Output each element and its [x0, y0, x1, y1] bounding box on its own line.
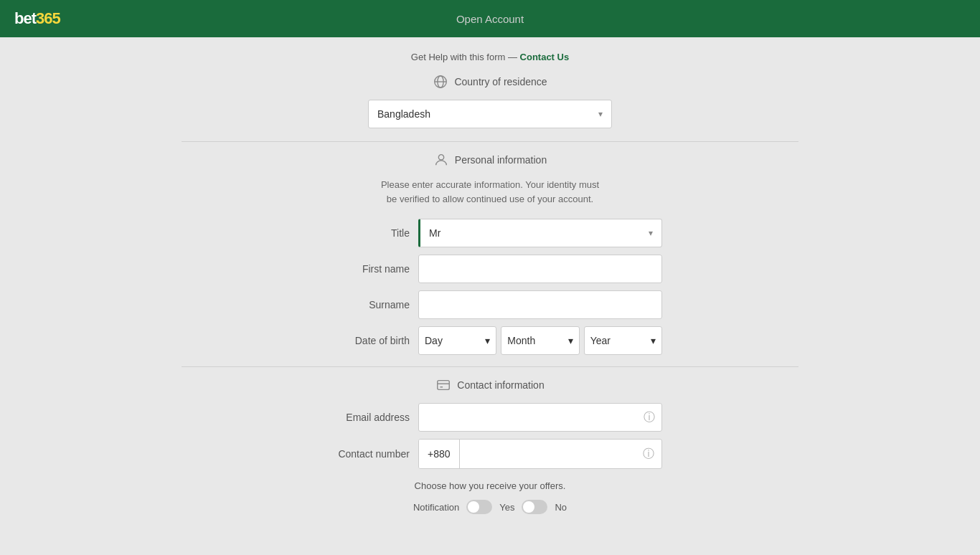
surname-input[interactable]	[418, 290, 662, 319]
dob-day-value: Day	[425, 335, 443, 346]
country-selected-value: Bangladesh	[377, 108, 430, 120]
country-chevron-icon: ▾	[598, 109, 603, 119]
phone-info-icon[interactable]: ⓘ	[636, 440, 661, 468]
svg-rect-4	[438, 381, 450, 390]
dob-year-value: Year	[590, 335, 611, 346]
contact-number-label: Contact number	[318, 448, 418, 460]
country-code: +880	[419, 440, 460, 468]
logo: bet365	[14, 9, 60, 28]
dob-month-select[interactable]: Month ▾	[501, 326, 579, 355]
dob-day-chevron: ▾	[485, 335, 490, 346]
dob-day-select[interactable]: Day ▾	[418, 326, 496, 355]
logo-bet: bet	[14, 9, 36, 28]
logo-365: 365	[36, 9, 60, 28]
notification-row: Notification Yes No	[182, 500, 798, 514]
dob-month-chevron: ▾	[568, 335, 573, 346]
email-label: Email address	[318, 412, 418, 423]
email-row: Email address ⓘ	[182, 403, 798, 432]
no-label: No	[555, 502, 567, 513]
email-input-wrap: ⓘ	[418, 403, 662, 432]
divider-2	[182, 366, 798, 367]
person-icon	[433, 152, 449, 168]
globe-icon	[433, 74, 448, 90]
surname-label: Surname	[318, 299, 418, 310]
dob-year-select[interactable]: Year ▾	[584, 326, 662, 355]
contact-us-link[interactable]: Contact Us	[520, 52, 570, 62]
notification-no-toggle[interactable]	[522, 500, 547, 514]
country-section-label: Country of residence	[454, 76, 547, 87]
contact-section-header: Contact information	[182, 377, 798, 393]
title-label: Title	[318, 227, 418, 239]
surname-row: Surname	[182, 290, 798, 319]
country-select-wrap: Bangladesh ▾	[182, 100, 798, 128]
help-text: Get Help with this form —	[411, 52, 517, 62]
first-name-input[interactable]	[418, 255, 662, 283]
personal-section-label: Personal information	[455, 154, 547, 166]
contact-section-label: Contact information	[457, 379, 544, 391]
contact-number-row: Contact number +880 ⓘ	[182, 439, 798, 469]
offer-text: Choose how you receive your offers.	[182, 480, 798, 491]
notification-label: Notification	[413, 502, 459, 513]
email-info-icon[interactable]: ⓘ	[644, 410, 655, 425]
yes-label: Yes	[499, 502, 514, 513]
title-value: Mr	[429, 227, 440, 239]
title-row: Title Mr ▾	[182, 219, 798, 247]
country-select[interactable]: Bangladesh ▾	[368, 100, 612, 128]
help-bar: Get Help with this form — Contact Us	[182, 52, 798, 62]
dob-wrap: Day ▾ Month ▾ Year ▾	[418, 326, 662, 355]
country-section-header: Country of residence	[182, 74, 798, 90]
dob-month-value: Month	[507, 335, 535, 346]
email-input[interactable]	[418, 403, 662, 432]
card-icon	[435, 377, 451, 393]
header: bet365 Open Account	[0, 0, 980, 37]
first-name-row: First name	[182, 255, 798, 283]
dob-label: Date of birth	[318, 335, 418, 346]
dob-year-chevron: ▾	[651, 335, 656, 346]
first-name-label: First name	[318, 263, 418, 275]
phone-input[interactable]	[460, 440, 636, 468]
svg-point-3	[438, 155, 443, 160]
personal-info-text: Please enter accurate information. Your …	[361, 178, 619, 206]
divider-1	[182, 141, 798, 142]
personal-section-header: Personal information	[182, 152, 798, 168]
page-title: Open Account	[456, 13, 524, 25]
title-select[interactable]: Mr ▾	[418, 219, 662, 247]
dob-row: Date of birth Day ▾ Month ▾ Year ▾	[182, 326, 798, 355]
main-content: Get Help with this form — Contact Us Cou…	[182, 37, 798, 543]
contact-number-wrap: +880 ⓘ	[418, 439, 662, 469]
notification-yes-toggle[interactable]	[466, 500, 492, 514]
title-chevron-icon: ▾	[649, 228, 653, 238]
